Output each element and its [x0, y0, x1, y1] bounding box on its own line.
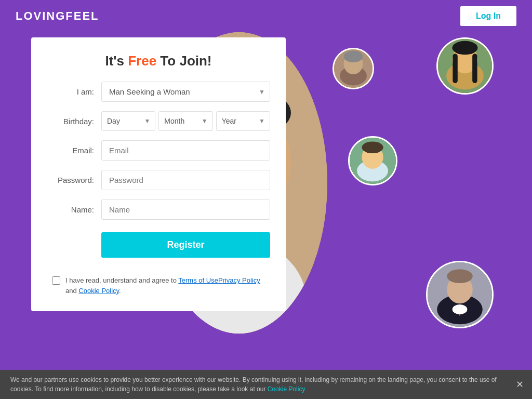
terms-of-use-link[interactable]: Terms of Use	[178, 276, 218, 284]
email-row: Email:	[47, 140, 270, 161]
title-prefix: It's	[105, 53, 128, 69]
profile-circle-5	[426, 261, 494, 328]
logo: LOVINGFEEL	[16, 9, 99, 23]
cookie-policy-banner-link[interactable]: Cookie Policy	[268, 385, 305, 393]
terms-prefix: I have read, understand and agree to	[65, 276, 178, 284]
email-label: Email:	[47, 146, 101, 155]
seeking-label: I am:	[47, 87, 101, 96]
profile-circle-2	[436, 37, 494, 95]
terms-row: I have read, understand and agree to Ter…	[47, 275, 270, 296]
day-select[interactable]: Day	[101, 111, 155, 131]
terms-text: I have read, understand and agree to Ter…	[65, 275, 265, 296]
birthday-label: Birthday:	[47, 117, 101, 126]
profile-circle-1	[332, 48, 374, 89]
svg-point-32	[447, 269, 473, 283]
birthday-row: Birthday: Day ▼ Month ▼ Year	[47, 111, 270, 131]
svg-rect-17	[453, 54, 457, 83]
seeking-select-wrap: Man Seeking a Woman Woman Seeking a Man …	[101, 82, 270, 102]
and-text: and	[65, 287, 78, 295]
seeking-select[interactable]: Man Seeking a Woman Woman Seeking a Man …	[101, 82, 270, 102]
password-label: Password:	[47, 176, 101, 184]
profile-circle-3	[348, 136, 397, 185]
password-input[interactable]	[101, 170, 270, 190]
name-label: Name:	[47, 205, 101, 214]
cookie-policy-link[interactable]: Cookie Policy	[78, 287, 119, 295]
svg-point-16	[452, 41, 477, 55]
cookie-close-button[interactable]: ✕	[516, 379, 524, 390]
register-button[interactable]: Register	[101, 232, 270, 258]
terms-suffix: .	[119, 287, 121, 295]
registration-form: It's Free To Join! I am: Man Seeking a W…	[31, 37, 286, 311]
header: LOVINGFEEL Log In	[0, 0, 532, 32]
birthday-group: Day ▼ Month ▼ Year ▼	[101, 111, 270, 131]
password-row: Password:	[47, 170, 270, 190]
terms-checkbox[interactable]	[52, 276, 60, 285]
login-button[interactable]: Log In	[460, 6, 516, 26]
month-select[interactable]: Month	[158, 111, 212, 131]
svg-point-12	[344, 51, 363, 62]
svg-rect-18	[472, 54, 477, 83]
privacy-policy-link[interactable]: Privacy Policy	[218, 276, 260, 284]
svg-point-22	[362, 141, 383, 153]
month-wrap: Month ▼	[158, 111, 212, 131]
cookie-banner: We and our partners use cookies to provi…	[0, 370, 532, 399]
svg-point-34	[453, 304, 468, 314]
form-title: It's Free To Join!	[47, 53, 270, 69]
year-select[interactable]: Year	[216, 111, 270, 131]
cookie-text: We and our partners use cookies to provi…	[10, 376, 497, 393]
main-content: It's Free To Join! I am: Man Seeking a W…	[0, 32, 532, 385]
email-input[interactable]	[101, 140, 270, 161]
register-row: Register	[47, 229, 270, 266]
year-wrap: Year ▼	[216, 111, 270, 131]
name-row: Name:	[47, 200, 270, 220]
day-wrap: Day ▼	[101, 111, 155, 131]
title-suffix: To Join!	[156, 53, 211, 69]
name-input[interactable]	[101, 200, 270, 220]
seeking-row: I am: Man Seeking a Woman Woman Seeking …	[47, 82, 270, 102]
title-free: Free	[128, 53, 156, 69]
